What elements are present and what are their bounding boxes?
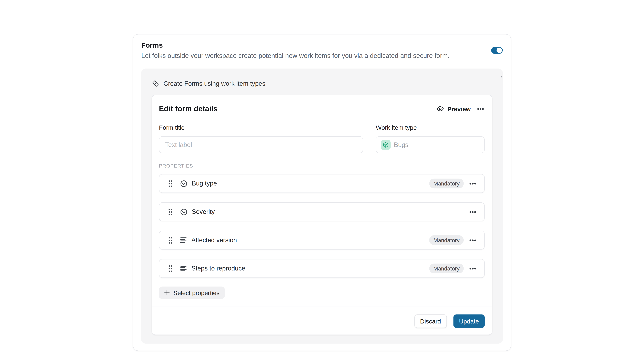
work-item-type-select[interactable]: Bugs (376, 136, 485, 153)
select-properties-button[interactable]: Select properties (159, 287, 224, 299)
fields-row: Form title Work item type (159, 124, 485, 153)
mandatory-badge: Mandatory (429, 264, 464, 273)
property-row[interactable]: Steps to reproduce Mandatory (159, 259, 485, 278)
form-title-field: Form title (159, 124, 363, 153)
edit-form-footer: Discard Update (152, 307, 492, 335)
property-menu-button[interactable] (469, 267, 477, 270)
property-row[interactable]: Affected version Mandatory (159, 231, 485, 250)
forms-settings-page: Forms Let folks outside your workspace c… (0, 0, 644, 362)
page-title: Forms (141, 41, 485, 50)
dropdown-type-icon (180, 208, 187, 215)
properties-label: PROPERTIES (159, 163, 485, 169)
property-name: Affected version (192, 236, 237, 244)
property-row[interactable]: Severity (159, 202, 485, 221)
edit-form-header: Edit form details Preview (159, 104, 485, 114)
mandatory-badge: Mandatory (429, 179, 464, 188)
mandatory-badge: Mandatory (429, 235, 464, 245)
form-builder-section: Create Forms using work item types Edit … (141, 68, 503, 344)
form-title-label: Form title (159, 124, 363, 131)
properties-list: Bug type Mandatory Severity (159, 174, 485, 278)
work-item-type-field: Work item type Bugs (376, 124, 485, 153)
form-menu-button[interactable] (476, 107, 485, 111)
drag-handle-icon[interactable] (168, 237, 172, 244)
edit-form-title: Edit form details (159, 104, 218, 114)
ellipsis-icon (477, 108, 484, 110)
property-name: Bug type (192, 180, 217, 187)
property-menu-button[interactable] (469, 210, 477, 214)
preview-button[interactable]: Preview (437, 105, 470, 112)
drag-handle-icon[interactable] (168, 180, 172, 187)
forms-settings-card: Forms Let folks outside your workspace c… (133, 34, 512, 351)
ellipsis-icon (470, 182, 476, 184)
ellipsis-icon (470, 239, 476, 241)
property-name: Severity (192, 208, 215, 215)
property-row[interactable]: Bug type Mandatory (159, 174, 485, 193)
grip-dots-icon (168, 180, 172, 187)
section-title: Create Forms using work item types (164, 80, 265, 87)
drag-handle-icon[interactable] (168, 265, 172, 272)
drag-handle-icon[interactable] (168, 208, 172, 215)
edit-form-card: Edit form details Preview (152, 95, 492, 335)
plus-icon (164, 290, 170, 296)
update-button[interactable]: Update (453, 314, 485, 328)
header-actions: Preview (437, 105, 485, 112)
scrollbar-thumb (502, 76, 502, 77)
ellipsis-icon (470, 268, 476, 270)
grip-dots-icon (168, 265, 172, 272)
text-type-icon (180, 265, 187, 272)
ellipsis-icon (470, 211, 476, 213)
work-item-types-layers-icon (152, 80, 159, 87)
edit-form-body: Edit form details Preview (152, 95, 492, 299)
dropdown-type-icon (180, 180, 187, 187)
work-item-type-value: Bugs (394, 141, 408, 148)
work-item-type-label: Work item type (376, 124, 485, 131)
discard-button[interactable]: Discard (414, 314, 447, 328)
forms-enabled-toggle[interactable] (491, 47, 502, 54)
card-header: Forms Let folks outside your workspace c… (133, 34, 511, 60)
toggle-knob (496, 48, 502, 53)
box-icon (383, 142, 388, 148)
preview-label: Preview (448, 105, 471, 112)
property-menu-button[interactable] (469, 238, 477, 242)
property-name: Steps to reproduce (192, 265, 245, 272)
grip-dots-icon (168, 208, 172, 215)
property-menu-button[interactable] (469, 182, 477, 185)
section-title-row: Create Forms using work item types (152, 80, 492, 87)
form-title-input[interactable] (159, 136, 363, 153)
header-text: Forms Let folks outside your workspace c… (141, 41, 485, 60)
select-properties-label: Select properties (173, 289, 220, 296)
text-type-icon (180, 237, 187, 243)
page-description: Let folks outside your workspace create … (141, 51, 485, 60)
work-item-type-badge (381, 140, 390, 150)
eye-icon (437, 105, 444, 112)
grip-dots-icon (168, 237, 172, 244)
